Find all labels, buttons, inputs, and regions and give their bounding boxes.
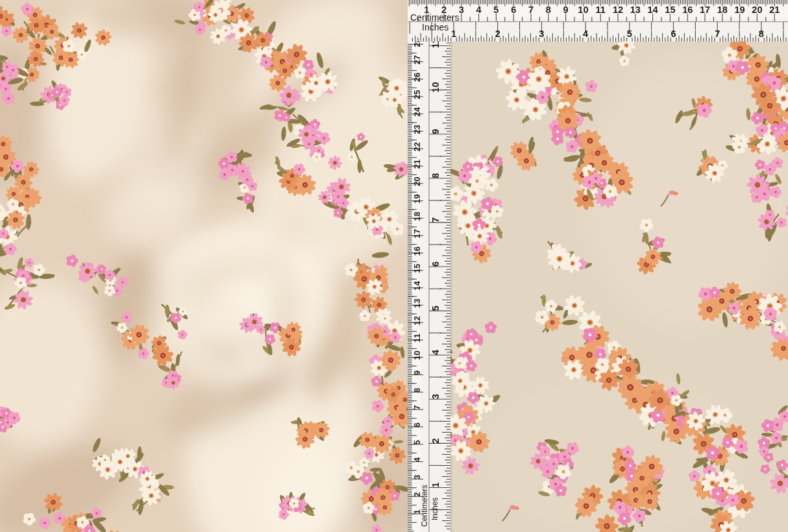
svg-text:7: 7 xyxy=(715,29,720,39)
svg-text:16: 16 xyxy=(682,5,693,15)
svg-text:3: 3 xyxy=(539,29,544,39)
svg-text:5: 5 xyxy=(412,440,422,444)
svg-text:8: 8 xyxy=(412,388,422,393)
svg-text:19: 19 xyxy=(412,194,422,203)
svg-text:Centimeters: Centimeters xyxy=(410,12,459,23)
svg-text:20: 20 xyxy=(752,5,762,15)
svg-text:19: 19 xyxy=(735,5,745,15)
svg-text:6: 6 xyxy=(412,422,422,427)
svg-text:6: 6 xyxy=(511,5,516,15)
svg-text:1: 1 xyxy=(451,29,456,39)
svg-text:10: 10 xyxy=(578,5,588,15)
svg-text:15: 15 xyxy=(665,5,675,15)
svg-text:8: 8 xyxy=(759,29,764,39)
svg-text:9: 9 xyxy=(412,370,422,375)
svg-text:3: 3 xyxy=(412,475,422,479)
svg-text:6: 6 xyxy=(430,261,441,267)
svg-text:1: 1 xyxy=(430,482,441,487)
svg-text:14: 14 xyxy=(412,281,422,291)
svg-text:17: 17 xyxy=(700,5,710,15)
svg-text:18: 18 xyxy=(717,5,728,15)
svg-text:7: 7 xyxy=(412,405,422,410)
svg-text:16: 16 xyxy=(412,247,422,256)
svg-text:21: 21 xyxy=(412,160,422,169)
svg-text:4: 4 xyxy=(583,29,588,39)
svg-text:4: 4 xyxy=(430,350,441,355)
svg-text:10: 10 xyxy=(412,351,422,360)
svg-text:24: 24 xyxy=(412,107,422,117)
svg-text:4: 4 xyxy=(412,457,422,462)
svg-text:9: 9 xyxy=(563,5,569,15)
svg-text:4: 4 xyxy=(476,5,482,15)
svg-text:7: 7 xyxy=(528,5,534,15)
svg-text:Centimeters: Centimeters xyxy=(420,485,429,527)
svg-text:10: 10 xyxy=(430,82,441,93)
svg-text:11: 11 xyxy=(412,333,422,343)
svg-text:17: 17 xyxy=(412,229,422,238)
svg-text:5: 5 xyxy=(493,5,499,15)
svg-text:12: 12 xyxy=(412,316,422,325)
svg-text:25: 25 xyxy=(412,90,422,99)
svg-text:12: 12 xyxy=(613,5,623,15)
svg-text:Inches: Inches xyxy=(422,22,449,32)
svg-text:13: 13 xyxy=(412,298,422,308)
svg-text:11: 11 xyxy=(596,5,606,15)
svg-text:7: 7 xyxy=(430,217,441,223)
svg-text:18: 18 xyxy=(412,212,422,221)
svg-text:8: 8 xyxy=(546,5,551,15)
svg-text:5: 5 xyxy=(627,29,632,39)
svg-text:15: 15 xyxy=(412,264,422,273)
svg-text:2: 2 xyxy=(495,29,500,39)
svg-text:2: 2 xyxy=(430,438,441,443)
svg-text:22: 22 xyxy=(412,142,422,151)
svg-text:23: 23 xyxy=(412,125,422,134)
svg-text:14: 14 xyxy=(648,5,658,15)
svg-text:21: 21 xyxy=(769,5,780,15)
svg-text:20: 20 xyxy=(412,177,422,186)
svg-text:3: 3 xyxy=(430,394,441,399)
svg-text:5: 5 xyxy=(430,306,441,311)
svg-text:26: 26 xyxy=(412,73,422,82)
svg-text:9: 9 xyxy=(430,129,441,134)
svg-text:8: 8 xyxy=(430,173,441,178)
svg-text:Inches: Inches xyxy=(430,498,439,520)
svg-text:13: 13 xyxy=(630,5,641,15)
svg-text:6: 6 xyxy=(671,29,676,39)
svg-text:3: 3 xyxy=(459,5,464,15)
svg-text:27: 27 xyxy=(412,55,422,64)
